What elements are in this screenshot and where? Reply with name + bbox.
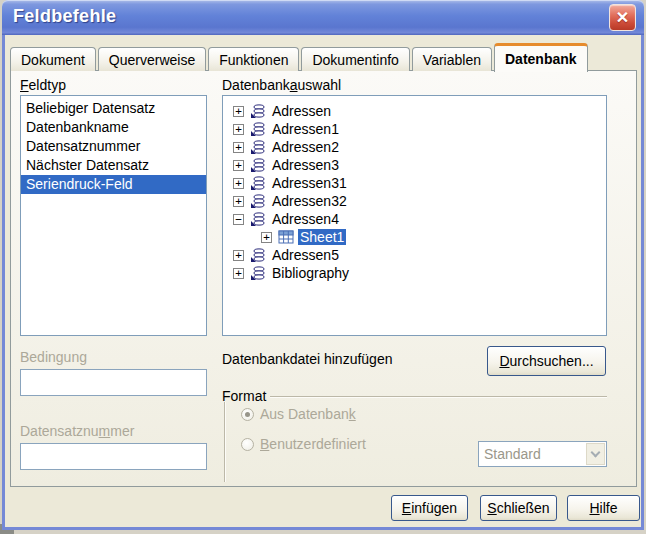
fieldtype-listbox[interactable]: Beliebiger Datensatz Datenbankname Daten… — [20, 95, 207, 336]
tree-row-selected[interactable]: + Sheet1 — [223, 228, 606, 246]
expand-icon[interactable]: + — [233, 178, 244, 189]
radio-button-icon — [241, 438, 254, 451]
tab-querverweise[interactable]: Querverweise — [98, 47, 206, 71]
tree-row[interactable]: + Adressen1 — [223, 120, 606, 138]
format-select-value: Standard — [479, 446, 586, 462]
condition-label: Bedingung — [20, 349, 87, 365]
database-icon — [250, 265, 266, 281]
database-icon — [250, 247, 266, 263]
window-title: Feldbefehle — [13, 6, 116, 27]
expand-icon[interactable]: + — [261, 232, 272, 243]
window-titlebar: Feldbefehle ✕ — [2, 0, 644, 35]
list-item[interactable]: Nächster Datensatz — [21, 156, 206, 175]
tree-row[interactable]: + Adressen3 — [223, 156, 606, 174]
record-number-label: Datensatznummer — [20, 423, 134, 439]
fieldtype-label: Feldtyp — [20, 77, 66, 93]
expand-icon[interactable]: + — [233, 142, 244, 153]
radio-from-database-label: Aus Datenbank — [260, 406, 356, 422]
radio-user-defined-label: Benutzerdefiniert — [260, 436, 366, 452]
tree-label: Adressen2 — [270, 139, 341, 155]
tab-dokumentinfo[interactable]: Dokumentinfo — [301, 47, 409, 71]
tree-row[interactable]: + Adressen32 — [223, 192, 606, 210]
list-item[interactable]: Datensatznummer — [21, 137, 206, 156]
browse-button[interactable]: Durchsuchen... — [487, 346, 606, 376]
tree-row[interactable]: + Adressen5 — [223, 246, 606, 264]
collapse-icon[interactable]: − — [233, 214, 244, 225]
tab-strip: Dokument Querverweise Funktionen Dokumen… — [10, 41, 590, 71]
help-button[interactable]: Hilfe — [567, 495, 640, 521]
database-selection-label: Datenbankauswahl — [222, 77, 341, 93]
radio-from-database: Aus Datenbank — [241, 406, 356, 422]
database-icon — [250, 157, 266, 173]
tree-label: Adressen3 — [270, 157, 341, 173]
condition-input[interactable] — [20, 369, 207, 396]
expand-icon[interactable]: + — [233, 124, 244, 135]
tree-label: Adressen — [270, 103, 333, 119]
database-icon — [250, 139, 266, 155]
format-group-left-edge — [224, 402, 225, 482]
tree-label: Adressen1 — [270, 121, 341, 137]
chevron-down-icon — [591, 447, 601, 457]
format-select: Standard — [478, 441, 607, 467]
radio-user-defined: Benutzerdefiniert — [241, 436, 366, 452]
database-tree[interactable]: + Adressen + Adressen1 + Adressen2 + Adr… — [222, 95, 607, 336]
expand-icon[interactable]: + — [233, 250, 244, 261]
tree-row[interactable]: + Adressen31 — [223, 174, 606, 192]
tree-label: Sheet1 — [298, 229, 346, 245]
tab-datenbank[interactable]: Datenbank — [494, 43, 588, 72]
tab-variablen[interactable]: Variablen — [412, 47, 492, 71]
tree-row[interactable]: + Adressen — [223, 102, 606, 120]
database-icon — [250, 211, 266, 227]
tree-row[interactable]: + Bibliography — [223, 264, 606, 282]
tree-label: Adressen31 — [270, 175, 349, 191]
add-database-label: Datenbankdatei hinzufügen — [222, 351, 392, 367]
list-item-selected[interactable]: Seriendruck-Feld — [21, 175, 206, 194]
list-item[interactable]: Datenbankname — [21, 118, 206, 137]
database-icon — [250, 121, 266, 137]
expand-icon[interactable]: + — [233, 160, 244, 171]
format-group-label: Format — [222, 388, 266, 404]
close-dialog-button[interactable]: Schließen — [480, 495, 557, 521]
list-item[interactable]: Beliebiger Datensatz — [21, 99, 206, 118]
tree-row[interactable]: + Adressen2 — [223, 138, 606, 156]
database-icon — [250, 193, 266, 209]
radio-button-icon — [241, 408, 254, 421]
format-group-divider — [270, 396, 607, 397]
expand-icon[interactable]: + — [233, 196, 244, 207]
table-icon — [278, 229, 294, 245]
tab-dokument[interactable]: Dokument — [10, 47, 96, 71]
close-button[interactable]: ✕ — [609, 4, 636, 31]
insert-button[interactable]: Einfügen — [391, 495, 468, 521]
close-icon: ✕ — [616, 9, 629, 26]
record-number-input[interactable] — [20, 443, 207, 470]
tree-label: Adressen32 — [270, 193, 349, 209]
dropdown-arrow-button — [586, 443, 605, 465]
screenshot-canvas: Feldbefehle ✕ Dokument Querverweise Funk… — [0, 0, 646, 534]
expand-icon[interactable]: + — [233, 268, 244, 279]
database-icon — [250, 175, 266, 191]
tab-funktionen[interactable]: Funktionen — [208, 47, 299, 71]
expand-icon[interactable]: + — [233, 106, 244, 117]
tree-label: Bibliography — [270, 265, 351, 281]
tree-row-expanded[interactable]: − Adressen4 — [223, 210, 606, 228]
tree-label: Adressen5 — [270, 247, 341, 263]
database-icon — [250, 103, 266, 119]
tree-label: Adressen4 — [270, 211, 341, 227]
